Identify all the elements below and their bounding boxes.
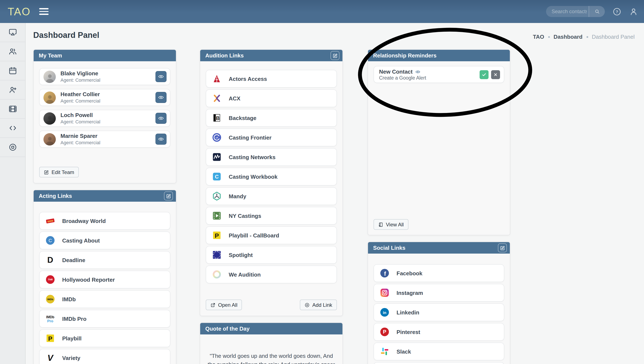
imdb-icon: IMDb — [46, 294, 55, 304]
reminder-title-line: New Contact — [379, 68, 426, 75]
search-button[interactable] — [589, 6, 605, 17]
edit-acting-links-button[interactable] — [164, 192, 173, 200]
sidebar — [0, 23, 26, 364]
link-item[interactable]: C Casting Workbook — [206, 168, 337, 186]
link-item[interactable]: C Casting About — [39, 232, 170, 249]
slack-icon — [380, 347, 389, 356]
add-link-label: Add Link — [312, 302, 332, 308]
sidebar-item-media[interactable] — [0, 138, 25, 157]
link-label: NY Castings — [229, 212, 261, 219]
svg-text:cf: cf — [216, 136, 218, 139]
navbar-right: ? — [546, 6, 638, 17]
app-logo[interactable]: TAO — [8, 5, 31, 18]
svg-text:B: B — [216, 115, 220, 121]
breadcrumb-current: Dashboard Panel — [592, 34, 635, 40]
acting-links-card: Acting Links BWW Broadway World C — [33, 190, 176, 364]
app: TAO ? — [0, 0, 644, 364]
team-member-row: Heather Collier Agent: Commercial — [39, 89, 170, 106]
breadcrumb-separator — [586, 36, 588, 38]
link-label: Casting Frontier — [229, 134, 271, 140]
view-member-button[interactable] — [155, 134, 167, 145]
airplay-icon — [8, 28, 17, 36]
breadcrumb-dashboard[interactable]: Dashboard — [553, 34, 582, 40]
link-label: Facebook — [397, 270, 422, 276]
add-link-button[interactable]: Add Link — [300, 300, 337, 310]
sidebar-item-screen[interactable] — [0, 23, 25, 42]
link-item[interactable]: Slack — [374, 342, 504, 360]
social-links-header: Social Links — [368, 242, 510, 254]
link-item[interactable]: D Deadline — [39, 251, 170, 269]
casting-networks-icon — [212, 152, 221, 162]
link-item[interactable]: ♪♪ TikTok — [374, 362, 504, 364]
help-button[interactable]: ? — [612, 7, 621, 16]
variety-icon: V — [46, 353, 55, 362]
reminders-title: Relationship Reminders — [373, 52, 437, 59]
backstage-icon: B — [212, 113, 221, 122]
link-item[interactable]: SPOTLIGHT SPOT Spotlight — [206, 246, 337, 264]
check-icon — [482, 72, 486, 77]
deadline-icon: D — [46, 255, 55, 265]
link-item[interactable]: Instagram — [374, 284, 504, 302]
link-item[interactable]: ACX — [206, 89, 337, 107]
external-link-icon — [210, 302, 215, 308]
view-member-button[interactable] — [155, 113, 167, 124]
sidebar-item-add-contact[interactable] — [0, 80, 25, 100]
instagram-icon — [380, 288, 389, 298]
link-item[interactable]: in Linkedin — [374, 303, 504, 321]
dismiss-reminder-button[interactable] — [491, 70, 500, 79]
link-label: Instagram — [397, 290, 423, 296]
edit-audition-links-button[interactable] — [331, 51, 340, 60]
search-input[interactable] — [546, 8, 589, 14]
edit-icon — [166, 194, 171, 198]
link-item[interactable]: B Backstage — [206, 109, 337, 127]
complete-reminder-button[interactable] — [480, 70, 489, 79]
link-item[interactable]: Actors Access — [206, 70, 337, 88]
link-label: ACX — [229, 95, 240, 102]
svg-text:V: V — [48, 353, 54, 362]
column-middle: Audition Links Actors Access — [200, 49, 343, 364]
link-item[interactable]: We Audition — [206, 266, 337, 283]
sidebar-item-projects[interactable] — [0, 100, 25, 119]
hamburger-menu-button[interactable] — [39, 8, 49, 15]
user-menu-button[interactable] — [629, 7, 638, 16]
breadcrumb: TAO Dashboard Dashboard Panel — [533, 34, 635, 40]
reminders-body: New Contact Create a Google Alert — [368, 61, 510, 235]
link-label: Casting About — [62, 237, 100, 244]
link-item[interactable]: P Playbill - CallBoard — [206, 226, 337, 244]
acting-links-header: Acting Links — [34, 190, 176, 202]
member-info: Heather Collier Agent: Commercial — [61, 91, 100, 104]
acting-links-body: BWW Broadway World C Casting About D Dea… — [34, 202, 176, 364]
eye-icon — [158, 136, 164, 142]
view-reminder-button[interactable] — [415, 69, 420, 74]
link-item[interactable]: IMDb IMDb — [39, 290, 170, 308]
link-item[interactable]: V Variety — [39, 349, 170, 364]
link-item[interactable]: Mandy — [206, 187, 337, 205]
sidebar-item-code[interactable] — [0, 119, 25, 138]
link-item[interactable]: IMDbPro IMDb Pro — [39, 310, 170, 328]
link-item[interactable]: NY Castings — [206, 207, 337, 225]
team-member-row: Loch Powell Agent: Commercial — [39, 110, 170, 127]
view-member-button[interactable] — [155, 71, 167, 82]
link-item[interactable]: THR Hollywood Reporter — [39, 270, 170, 288]
breadcrumb-tao[interactable]: TAO — [533, 34, 544, 40]
link-item[interactable]: cf Casting Frontier — [206, 128, 337, 146]
link-item[interactable]: P Playbill — [39, 329, 170, 347]
link-item[interactable]: BWW Broadway World — [39, 212, 170, 230]
quote-title: Quote of the Day — [205, 326, 250, 332]
sidebar-item-calendar[interactable] — [0, 61, 25, 80]
view-member-button[interactable] — [155, 92, 167, 103]
hollywood-reporter-icon: THR — [46, 275, 55, 284]
avatar — [44, 70, 56, 83]
link-item[interactable]: P Pinterest — [374, 323, 504, 341]
person-silhouette-icon — [45, 94, 55, 104]
acting-links-list: BWW Broadway World C Casting About D Dea… — [39, 212, 170, 364]
link-item[interactable]: f Facebook — [374, 264, 504, 282]
view-all-button[interactable]: View All — [374, 219, 409, 230]
sidebar-item-contacts[interactable] — [0, 42, 25, 61]
edit-team-button[interactable]: Edit Team — [39, 167, 79, 178]
link-item[interactable]: Casting Networks — [206, 148, 337, 166]
open-all-button[interactable]: Open All — [206, 300, 242, 310]
acx-icon — [212, 94, 221, 103]
edit-social-links-button[interactable] — [498, 244, 507, 252]
audition-links-title: Audition Links — [205, 52, 244, 59]
